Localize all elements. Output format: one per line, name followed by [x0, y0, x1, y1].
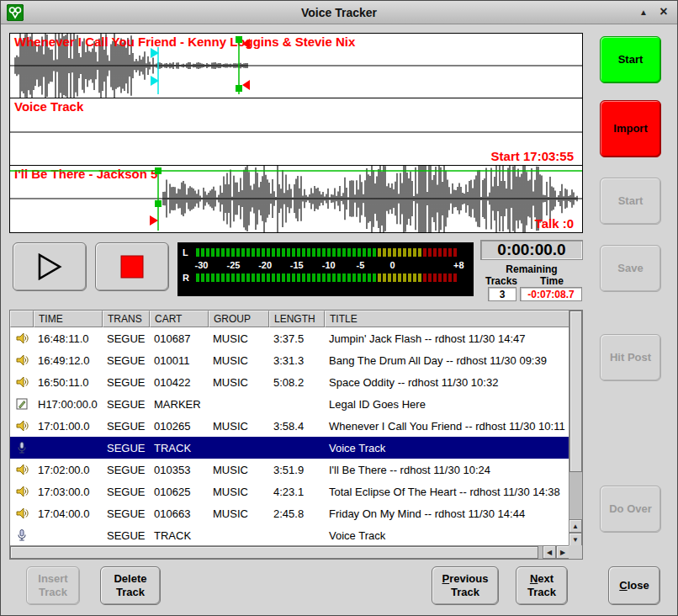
shade-window-icon[interactable]: ▲ [635, 3, 652, 20]
column-header-icon[interactable] [10, 311, 34, 327]
remaining-time-value: -0:07:08.7 [520, 287, 582, 301]
meter-segment [358, 273, 361, 282]
meter-scale-label: -5 [357, 260, 365, 270]
cell-group: MUSIC [209, 354, 269, 367]
table-row[interactable]: SEGUETRACKVoice Track [10, 437, 569, 459]
next-track-button[interactable]: Next Track [516, 566, 568, 605]
marker-icon [10, 397, 34, 411]
cell-length: 3:31.3 [269, 354, 325, 367]
meter-segment [393, 248, 396, 257]
meter-segment [408, 273, 411, 282]
do-over-button[interactable]: Do Over [600, 486, 661, 533]
cell-cart: TRACK [150, 529, 209, 542]
table-row[interactable]: 17:04:00.0SEGUE010663MUSIC2:45.8Friday O… [10, 502, 569, 524]
import-button[interactable]: Import [600, 100, 661, 157]
meter-segment [231, 248, 235, 257]
table-row[interactable]: 16:48:11.0SEGUE010687MUSIC3:37.5Jumpin' … [10, 327, 569, 349]
cell-time: 17:01:00.0 [34, 420, 103, 433]
meter-segment [211, 273, 215, 282]
scroll-down-icon[interactable]: ▼ [569, 533, 582, 546]
meter-segment [277, 273, 280, 282]
cell-trans: SEGUE [103, 376, 150, 389]
table-row[interactable]: 16:50:11.0SEGUE010422MUSIC5:08.2Space Od… [10, 371, 569, 393]
table-row[interactable]: 17:02:00.0SEGUE010353MUSIC3:51.9I'll Be … [10, 459, 569, 481]
speaker-icon [10, 332, 34, 345]
meter-segment [292, 248, 295, 257]
vertical-scrollbar-thumb[interactable] [569, 311, 582, 472]
stop-button[interactable] [95, 242, 169, 291]
column-header-time[interactable]: TIME [34, 311, 103, 327]
scroll-left-icon[interactable]: ◀ [543, 545, 556, 559]
cell-title: Whenever I Call You Friend -- rdhost 11/… [325, 420, 569, 433]
meter-segment [327, 273, 331, 282]
cell-title: Space Oddity -- rdhost 11/30 10:32 [325, 376, 569, 389]
track2-talk-time: Talk :0 [535, 216, 574, 231]
meter-segment [342, 273, 346, 282]
cell-trans: SEGUE [103, 442, 150, 454]
meter-segment [322, 273, 326, 282]
column-header-title[interactable]: TITLE [325, 311, 569, 327]
delete-track-button[interactable]: Delete Track [100, 566, 161, 605]
table-row[interactable]: H17:00:00.0SEGUEMARKERLegal ID Goes Here [10, 393, 569, 415]
close-window-icon[interactable]: × [655, 3, 672, 20]
cell-trans: SEGUE [103, 464, 150, 476]
meter-segment [418, 273, 421, 282]
track2-waveform-panel[interactable]: I'll Be There - Jackson 5 Talk :0 [9, 165, 583, 233]
horizontal-scrollbar[interactable]: ◀ ▶ [10, 545, 569, 559]
column-header-length[interactable]: LENGTH [269, 311, 325, 327]
track1-title: Whenever I Call You Friend - Kenny Loggi… [14, 35, 355, 49]
voicetrack-waveform-panel[interactable]: Voice Track Start 17:03:55 [9, 98, 583, 166]
cell-cart: MARKER [150, 398, 209, 411]
start-play-button[interactable]: Start [600, 178, 661, 225]
cell-trans: SEGUE [103, 486, 150, 498]
level-meter-left [196, 248, 467, 257]
scroll-right-icon[interactable]: ▶ [556, 545, 569, 559]
column-header-cart[interactable]: CART [150, 311, 209, 327]
cell-trans: SEGUE [103, 420, 150, 433]
meter-segment [236, 273, 240, 282]
meter-segment [206, 273, 209, 282]
meter-segment [352, 273, 356, 282]
remaining-time-label: Time [522, 275, 581, 287]
scroll-up-icon[interactable]: ▲ [569, 519, 582, 533]
table-row[interactable]: 16:49:12.0SEGUE010011MUSIC3:31.3Bang The… [10, 349, 569, 371]
meter-segment [216, 248, 220, 257]
table-row[interactable]: SEGUETRACKVoice Track [10, 524, 569, 545]
meter-segment [373, 248, 376, 257]
start-record-button[interactable]: Start [600, 36, 661, 83]
cell-group: MUSIC [209, 507, 269, 520]
meter-segment [378, 248, 381, 257]
meter-segment [363, 273, 366, 282]
meter-segment [398, 273, 401, 282]
meter-segment [241, 248, 245, 257]
previous-track-button[interactable]: Previous Track [432, 566, 499, 605]
cell-time: 17:03:00.0 [34, 486, 103, 498]
stop-icon [120, 255, 144, 279]
hit-post-button[interactable]: Hit Post [600, 334, 661, 381]
meter-segment [272, 248, 275, 257]
column-header-trans[interactable]: TRANS [103, 311, 150, 327]
meter-segment [337, 248, 341, 257]
vertical-scrollbar[interactable]: ▲ ▼ [569, 311, 582, 545]
meter-segment [398, 248, 401, 257]
insert-track-button[interactable]: Insert Track [26, 566, 80, 605]
meter-scale-label: -10 [322, 260, 336, 270]
cell-trans: SEGUE [103, 332, 150, 345]
meter-segment [312, 273, 315, 282]
meter-segment [307, 248, 310, 257]
cell-group: MUSIC [209, 464, 269, 476]
play-button[interactable] [13, 242, 87, 291]
close-button[interactable]: Close [608, 566, 660, 605]
titlebar[interactable]: Voice Tracker ▲ × [1, 1, 677, 24]
cell-time: 17:04:00.0 [34, 507, 103, 520]
horizontal-scrollbar-thumb[interactable] [10, 546, 538, 559]
table-row[interactable]: 17:01:00.0SEGUE010265MUSIC3:58.4Whenever… [10, 415, 569, 437]
meter-segment [347, 273, 351, 282]
column-header-group[interactable]: GROUP [209, 311, 269, 327]
save-button[interactable]: Save [600, 245, 661, 292]
table-row[interactable]: 17:03:00.0SEGUE010625MUSIC4:23.1Total Ec… [10, 481, 569, 502]
track1-waveform-panel[interactable]: Whenever I Call You Friend - Kenny Loggi… [9, 33, 583, 98]
meter-scale: -30-25-20-15-10-50+8 [196, 258, 467, 273]
meter-segment [373, 273, 376, 282]
meter-segment [368, 273, 371, 282]
